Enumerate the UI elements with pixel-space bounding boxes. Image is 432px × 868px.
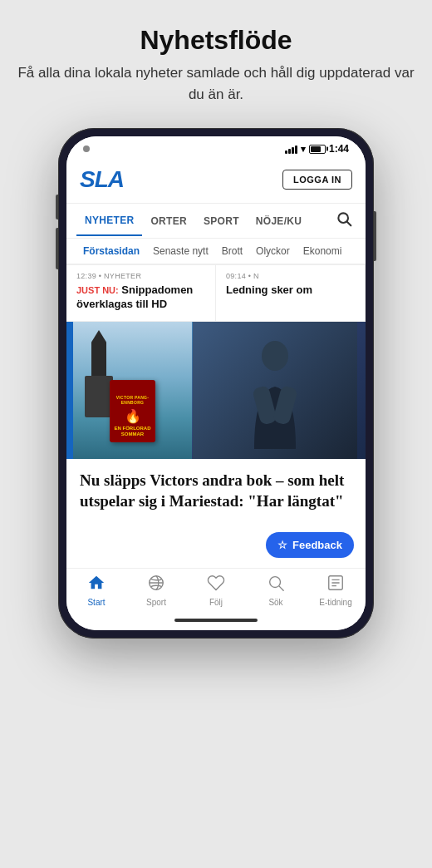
follow-icon bbox=[207, 574, 225, 596]
book-cover: VICTOR PANG-ENNBORG 🔥 EN FÖRLORADSOMMAR bbox=[110, 380, 155, 442]
camera-icon bbox=[83, 145, 90, 152]
bottom-nav: Start Sport Följ Sök bbox=[66, 568, 366, 614]
home-icon bbox=[87, 574, 106, 596]
hero-person bbox=[193, 322, 357, 459]
main-nav: NYHETER ORTER SPORT NÖJE/KU bbox=[66, 204, 366, 239]
sub-nav-senaste[interactable]: Senaste nytt bbox=[146, 239, 215, 264]
ticker-meta-1: 12:39 • NYHETER bbox=[76, 272, 205, 280]
login-button[interactable]: LOGGA IN bbox=[282, 170, 352, 190]
nav-item-orter[interactable]: ORTER bbox=[142, 207, 195, 235]
power-button bbox=[374, 211, 376, 261]
bottom-nav-folj-label: Följ bbox=[209, 598, 223, 607]
book-flame-icon: 🔥 bbox=[125, 408, 141, 424]
phone-screen: ▾ 1:44 SLA LOGGA IN NYHETER ORTER SPORT … bbox=[66, 136, 366, 630]
status-time: 1:44 bbox=[329, 143, 349, 155]
app-header: SLA LOGGA IN bbox=[66, 158, 366, 204]
ticker-item-1[interactable]: 12:39 • NYHETER JUST NU: Snippadomen öve… bbox=[66, 265, 216, 321]
battery-icon bbox=[309, 145, 326, 154]
news-ticker: 12:39 • NYHETER JUST NU: Snippadomen öve… bbox=[66, 265, 366, 322]
feedback-button[interactable]: ☆ Feedback bbox=[266, 532, 354, 558]
person-svg-icon bbox=[246, 333, 304, 449]
feedback-label: Feedback bbox=[292, 539, 342, 551]
book-title: EN FÖRLORADSOMMAR bbox=[115, 426, 151, 437]
ticker-item-2[interactable]: 09:14 • N Ledning sker om bbox=[216, 265, 366, 321]
volume-down-button bbox=[56, 228, 58, 269]
sla-logo: SLA bbox=[80, 166, 124, 193]
article-headline: Nu släpps Victors andra bok – som helt u… bbox=[80, 471, 352, 511]
bottom-nav-sport[interactable]: Sport bbox=[135, 574, 177, 607]
bottom-nav-etidning-label: E-tidning bbox=[319, 598, 351, 607]
person-silhouette bbox=[193, 322, 357, 459]
bottom-nav-start-label: Start bbox=[87, 598, 105, 607]
status-indicators: ▾ 1:44 bbox=[285, 143, 349, 155]
svg-point-2 bbox=[262, 341, 288, 371]
wifi-icon: ▾ bbox=[301, 144, 306, 155]
search-icon[interactable] bbox=[332, 204, 356, 238]
star-icon: ☆ bbox=[277, 539, 287, 551]
etidning-icon bbox=[326, 574, 345, 596]
sub-nav-forstasidan[interactable]: Förstasidan bbox=[76, 239, 146, 265]
page-title: Nyhetsflöde bbox=[140, 25, 292, 56]
hero-image: VICTOR PANG-ENNBORG 🔥 EN FÖRLORADSOMMAR bbox=[66, 322, 366, 459]
svg-line-1 bbox=[347, 222, 351, 226]
volume-up-button bbox=[56, 195, 58, 219]
nav-item-nyheter[interactable]: NYHETER bbox=[76, 206, 142, 236]
ticker-meta-2: 09:14 • N bbox=[226, 272, 355, 280]
ticker-text-2: Ledning sker om bbox=[226, 284, 355, 298]
article-section: Nu släpps Victors andra bok – som helt u… bbox=[66, 459, 366, 568]
book-author: VICTOR PANG-ENNBORG bbox=[113, 395, 152, 405]
ticker-text-1: JUST NU: Snippadomen överklagas till HD bbox=[76, 284, 205, 312]
sub-nav-brott[interactable]: Brott bbox=[215, 239, 249, 264]
signal-icon bbox=[285, 144, 297, 154]
sub-nav-olyckor[interactable]: Olyckor bbox=[249, 239, 297, 264]
nav-item-sport[interactable]: SPORT bbox=[195, 207, 248, 235]
sub-nav: Förstasidan Senaste nytt Brott Olyckor E… bbox=[66, 239, 366, 265]
bottom-nav-sport-label: Sport bbox=[146, 598, 166, 607]
blue-accent-bar bbox=[66, 322, 73, 459]
church-body-icon bbox=[85, 376, 113, 417]
svg-line-7 bbox=[279, 587, 283, 591]
bottom-nav-sok-label: Sök bbox=[268, 598, 282, 607]
sport-icon bbox=[147, 574, 165, 596]
svg-point-6 bbox=[270, 577, 281, 588]
page-subtitle: Få alla dina lokala nyheter samlade och … bbox=[17, 62, 415, 105]
nav-item-noje[interactable]: NÖJE/KU bbox=[248, 207, 310, 235]
search-nav-icon bbox=[267, 574, 285, 596]
bottom-nav-start[interactable]: Start bbox=[76, 574, 117, 607]
home-indicator bbox=[66, 614, 366, 630]
status-bar: ▾ 1:44 bbox=[66, 136, 366, 158]
ticker-breaking-label: JUST NU: bbox=[76, 285, 119, 295]
bottom-nav-sok[interactable]: Sök bbox=[255, 574, 297, 607]
home-indicator-bar bbox=[174, 619, 258, 622]
bottom-nav-folj[interactable]: Följ bbox=[195, 574, 237, 607]
bottom-nav-etidning[interactable]: E-tidning bbox=[315, 574, 356, 607]
sub-nav-ekonomi[interactable]: Ekonomi bbox=[297, 239, 349, 264]
phone-frame: ▾ 1:44 SLA LOGGA IN NYHETER ORTER SPORT … bbox=[58, 128, 374, 639]
